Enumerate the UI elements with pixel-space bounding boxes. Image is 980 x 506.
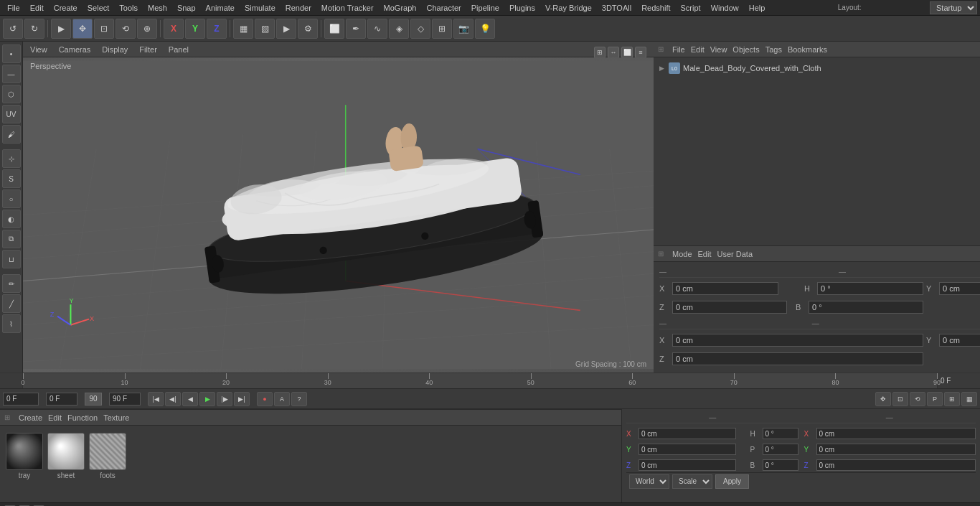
om-edit-menu[interactable]: Edit — [691, 45, 705, 54]
mat-edit-menu[interactable]: Edit — [48, 413, 62, 422]
attr-x-scale-input[interactable] — [672, 334, 923, 347]
om-objects-menu[interactable]: Objects — [732, 45, 759, 54]
coords-z-scale-input[interactable] — [816, 459, 976, 471]
menu-edit[interactable]: Edit — [26, 2, 48, 14]
render-button[interactable]: ▶ — [276, 19, 296, 39]
viewport-filter-menu[interactable]: Filter — [136, 44, 159, 55]
menu-animate[interactable]: Animate — [202, 2, 239, 14]
record-button[interactable]: ● — [257, 392, 273, 406]
attr-x-pos-input[interactable] — [672, 282, 778, 295]
menu-redshift[interactable]: Redshift — [637, 2, 674, 14]
sidebar-edges-button[interactable]: — — [2, 65, 21, 83]
timeline-pivot-button[interactable]: P — [927, 392, 943, 406]
rotate-tool-button[interactable]: ⟲ — [116, 19, 136, 39]
material-item-tray[interactable]: tray — [6, 433, 43, 479]
mat-function-menu[interactable]: Function — [67, 413, 98, 422]
grid-button[interactable]: ⊞ — [432, 19, 452, 39]
cube-button[interactable]: ⬜ — [324, 19, 344, 39]
undo-button[interactable]: ↺ — [3, 19, 23, 39]
world-select[interactable]: World — [629, 474, 669, 489]
viewport-cameras-menu[interactable]: Cameras — [56, 44, 94, 55]
coords-y-scale-input[interactable] — [816, 444, 976, 455]
sidebar-snap-button[interactable]: ⊹ — [2, 149, 21, 168]
coords-p-input[interactable] — [763, 444, 798, 455]
render-region-button[interactable]: ▦ — [233, 19, 253, 39]
menu-render[interactable]: Render — [281, 2, 316, 14]
attr-h-rot-input[interactable] — [817, 282, 923, 295]
sidebar-s-button[interactable]: S — [2, 169, 21, 188]
menu-mograph[interactable]: MoGraph — [380, 2, 421, 14]
attr-y-scale-input[interactable] — [939, 334, 980, 347]
viewport-display-menu[interactable]: Display — [99, 44, 131, 55]
sidebar-material-button[interactable]: ◐ — [2, 210, 21, 228]
timeline-preview-start[interactable] — [46, 393, 77, 406]
timeline-start-frame[interactable] — [3, 393, 39, 406]
go-to-start-button[interactable]: |◀ — [148, 392, 164, 406]
viewport-icon-2[interactable]: ↔ — [608, 47, 619, 58]
attr-b-rot-input[interactable] — [809, 301, 923, 314]
menu-help[interactable]: Help — [745, 2, 770, 14]
z-axis-button[interactable]: Z — [207, 19, 227, 39]
select-tool-button[interactable]: ▶ — [51, 19, 71, 39]
attr-userdata-menu[interactable]: User Data — [717, 250, 753, 258]
menu-snap[interactable]: Snap — [173, 2, 200, 14]
attr-z-scale-input[interactable] — [672, 352, 923, 365]
sidebar-line-button[interactable]: ╱ — [2, 294, 21, 313]
timeline-move-button[interactable]: ✥ — [875, 392, 891, 406]
coords-z-pos-input[interactable] — [639, 459, 736, 471]
sidebar-polygons-button[interactable]: ⬡ — [2, 85, 21, 103]
coords-h-input[interactable] — [763, 428, 798, 439]
viewport-icon-4[interactable]: ≡ — [635, 47, 646, 58]
coords-x-pos-input[interactable] — [639, 428, 736, 439]
field-button[interactable]: ◇ — [410, 19, 430, 39]
menu-pipeline[interactable]: Pipeline — [467, 2, 504, 14]
menu-select[interactable]: Select — [83, 2, 114, 14]
sidebar-points-button[interactable]: • — [2, 44, 21, 63]
viewport-icon-1[interactable]: ⊞ — [594, 47, 606, 58]
viewport[interactable]: X Y Z Perspective Grid Spacing : 100 cm — [23, 57, 654, 373]
menu-motion-tracker[interactable]: Motion Tracker — [317, 2, 378, 14]
sidebar-paint-button[interactable]: 🖌 — [2, 125, 21, 144]
menu-file[interactable]: File — [3, 2, 24, 14]
help-button[interactable]: ? — [291, 392, 307, 406]
preview-end-toggle[interactable]: 90 — [85, 393, 102, 406]
menu-3dtoall[interactable]: 3DTOAll — [598, 2, 636, 14]
attr-mode-menu[interactable]: Mode — [672, 250, 692, 258]
y-axis-button[interactable]: Y — [185, 19, 205, 39]
om-file-menu[interactable]: File — [672, 45, 685, 54]
menu-mesh[interactable]: Mesh — [143, 2, 171, 14]
menu-script[interactable]: Script — [677, 2, 705, 14]
mat-texture-menu[interactable]: Texture — [103, 413, 129, 422]
sidebar-boole-button[interactable]: ⊔ — [2, 250, 21, 268]
timeline-ruler[interactable]: 0102030405060708090 — [23, 373, 937, 388]
menu-vray[interactable]: V-Ray Bridge — [541, 2, 596, 14]
play-button[interactable]: ▶ — [199, 392, 215, 406]
deformer-button[interactable]: ◈ — [389, 19, 409, 39]
menu-simulate[interactable]: Simulate — [240, 2, 280, 14]
coords-b-input[interactable] — [763, 459, 798, 471]
render-active-button[interactable]: ▧ — [255, 19, 275, 39]
move-tool-button[interactable]: ✥ — [72, 19, 93, 39]
camera-button[interactable]: 📷 — [453, 19, 473, 39]
om-bookmarks-menu[interactable]: Bookmarks — [788, 45, 827, 54]
material-item-foots[interactable]: foots — [89, 433, 126, 479]
timeline-render-button[interactable]: ▦ — [961, 392, 977, 406]
scale-select[interactable]: Scale — [672, 474, 712, 489]
timeline-grid-button[interactable]: ⊞ — [944, 392, 960, 406]
viewport-icon-3[interactable]: ⬜ — [621, 47, 633, 58]
menu-create[interactable]: Create — [50, 2, 82, 14]
auto-key-button[interactable]: A — [274, 392, 290, 406]
sidebar-sculpt-button[interactable]: ⌇ — [2, 314, 21, 333]
pen-button[interactable]: ✒ — [346, 19, 366, 39]
sidebar-object-button[interactable]: ○ — [2, 189, 21, 208]
om-tags-menu[interactable]: Tags — [765, 45, 782, 54]
viewport-panel-menu[interactable]: Panel — [166, 44, 192, 55]
go-to-end-button[interactable]: ▶| — [234, 392, 250, 406]
timeline-scale-button[interactable]: ⊡ — [892, 392, 908, 406]
object-item-male-body[interactable]: ▶ L0 Male_Dead_Body_Covered_with_Cloth — [656, 60, 980, 76]
step-back-button[interactable]: ◀| — [165, 392, 181, 406]
play-reverse-button[interactable]: ◀ — [182, 392, 198, 406]
timeline-preview-end[interactable] — [109, 393, 141, 406]
attr-y-pos-input[interactable] — [939, 282, 980, 295]
step-forward-button[interactable]: |▶ — [217, 392, 232, 406]
